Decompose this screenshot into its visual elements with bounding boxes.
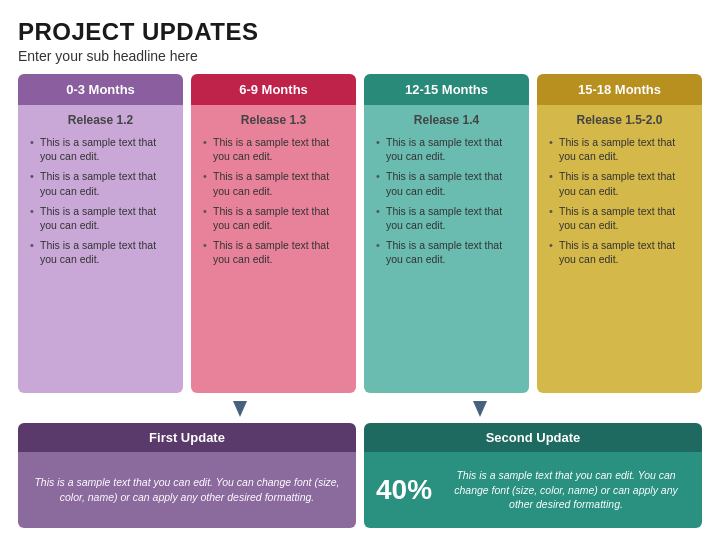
list-item: This is a sample text that you can edit. [201, 204, 346, 232]
list-item: This is a sample text that you can edit. [374, 238, 519, 266]
list-item: This is a sample text that you can edit. [201, 238, 346, 266]
list-item: This is a sample text that you can edit. [374, 169, 519, 197]
arrow-row [18, 399, 702, 419]
col3-items: This is a sample text that you can edit.… [374, 135, 519, 266]
second-update-header: Second Update [364, 423, 702, 452]
first-update-body: This is a sample text that you can edit.… [18, 452, 356, 528]
arrow-down-left [230, 399, 250, 419]
second-update-card: Second Update 40% This is a sample text … [364, 423, 702, 528]
page-subtitle: Enter your sub headline here [18, 48, 702, 64]
list-item: This is a sample text that you can edit. [28, 169, 173, 197]
list-item: This is a sample text that you can edit. [201, 135, 346, 163]
arrow-down-right [470, 399, 490, 419]
percent-label: 40% [376, 474, 432, 506]
column-6-9months: 6-9 Months Release 1.3 This is a sample … [191, 74, 356, 393]
first-update-text: This is a sample text that you can edit.… [30, 475, 344, 504]
col3-header: 12-15 Months [364, 74, 529, 105]
svg-marker-0 [233, 401, 247, 417]
page: PROJECT UPDATES Enter your sub headline … [0, 0, 720, 540]
list-item: This is a sample text that you can edit. [201, 169, 346, 197]
list-item: This is a sample text that you can edit. [374, 204, 519, 232]
col3-body: Release 1.4 This is a sample text that y… [364, 105, 529, 393]
col4-items: This is a sample text that you can edit.… [547, 135, 692, 266]
column-0-3months: 0-3 Months Release 1.2 This is a sample … [18, 74, 183, 393]
col4-release: Release 1.5-2.0 [547, 113, 692, 127]
columns-section: 0-3 Months Release 1.2 This is a sample … [18, 74, 702, 393]
list-item: This is a sample text that you can edit. [374, 135, 519, 163]
list-item: This is a sample text that you can edit. [28, 238, 173, 266]
col4-body: Release 1.5-2.0 This is a sample text th… [537, 105, 702, 393]
col3-release: Release 1.4 [374, 113, 519, 127]
list-item: This is a sample text that you can edit. [547, 238, 692, 266]
list-item: This is a sample text that you can edit. [547, 169, 692, 197]
col2-release: Release 1.3 [201, 113, 346, 127]
column-15-18months: 15-18 Months Release 1.5-2.0 This is a s… [537, 74, 702, 393]
first-update-header: First Update [18, 423, 356, 452]
col1-header: 0-3 Months [18, 74, 183, 105]
page-title: PROJECT UPDATES [18, 18, 702, 46]
bottom-section: First Update This is a sample text that … [18, 423, 702, 528]
list-item: This is a sample text that you can edit. [547, 135, 692, 163]
second-update-body: 40% This is a sample text that you can e… [364, 452, 702, 528]
col4-header: 15-18 Months [537, 74, 702, 105]
list-item: This is a sample text that you can edit. [28, 204, 173, 232]
list-item: This is a sample text that you can edit. [547, 204, 692, 232]
col1-body: Release 1.2 This is a sample text that y… [18, 105, 183, 393]
second-update-text: This is a sample text that you can edit.… [442, 468, 690, 512]
second-update-content: 40% This is a sample text that you can e… [376, 468, 690, 512]
first-update-card: First Update This is a sample text that … [18, 423, 356, 528]
column-12-15months: 12-15 Months Release 1.4 This is a sampl… [364, 74, 529, 393]
col1-release: Release 1.2 [28, 113, 173, 127]
svg-marker-1 [473, 401, 487, 417]
col1-items: This is a sample text that you can edit.… [28, 135, 173, 266]
col2-items: This is a sample text that you can edit.… [201, 135, 346, 266]
col2-header: 6-9 Months [191, 74, 356, 105]
list-item: This is a sample text that you can edit. [28, 135, 173, 163]
col2-body: Release 1.3 This is a sample text that y… [191, 105, 356, 393]
